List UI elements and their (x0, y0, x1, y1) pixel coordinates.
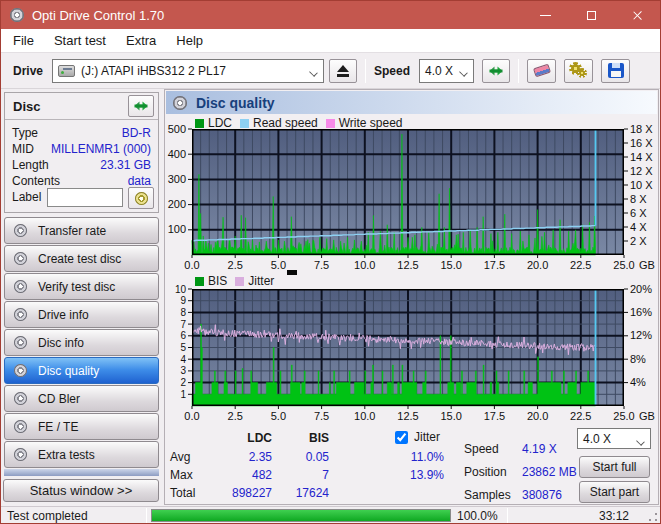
legend-item: LDC (195, 116, 232, 130)
resize-grip[interactable] (648, 512, 658, 522)
disc-length-value: 23.31 GB (100, 158, 151, 173)
disc-row-type: Type BD-R (12, 126, 151, 141)
svg-text:10 X: 10 X (630, 179, 653, 191)
status-text: Test completed (7, 509, 88, 523)
speed-info-value: 4.19 X (522, 442, 557, 456)
chart1-legend: LDCRead speedWrite speed (195, 116, 403, 130)
legend-label: BIS (208, 274, 227, 288)
cd-disc-icon (14, 224, 27, 237)
total-bis-value: 17624 (280, 486, 329, 500)
close-button[interactable] (614, 1, 660, 29)
position-info-value: 23862 MB (522, 465, 577, 479)
sidebar: Transfer rate Create test disc Verify te… (4, 217, 159, 469)
menu-bar: File Start test Extra Help (1, 29, 660, 53)
settings-button[interactable] (564, 59, 593, 83)
disc-refresh-button[interactable] (128, 95, 154, 117)
svg-text:3: 3 (180, 365, 186, 376)
svg-text:17.5: 17.5 (484, 410, 505, 422)
status-window-button[interactable]: Status window >> (3, 479, 159, 502)
legend-label: Jitter (248, 274, 274, 288)
disc-label-label: Label (12, 190, 41, 204)
sync-arrows-icon (133, 98, 149, 114)
jitter-toggle: Jitter (395, 430, 440, 444)
svg-text:9: 9 (180, 295, 186, 306)
maximize-button[interactable] (568, 1, 614, 29)
title-bar[interactable]: Opti Drive Control 1.70 (1, 1, 660, 29)
position-info-label: Position (464, 465, 507, 479)
sidebar-item-disc-info[interactable]: Disc info (4, 329, 159, 356)
test-speed-select[interactable]: 4.0 X (577, 428, 651, 449)
svg-text:8 X: 8 X (630, 193, 647, 205)
stats-col-bis: BIS (280, 431, 329, 445)
disc-row-length: Length 23.31 GB (12, 158, 151, 173)
status-bar: Test completed 100.0% 33:12 (1, 506, 660, 524)
svg-text:12 X: 12 X (630, 165, 653, 177)
svg-text:16%: 16% (630, 306, 652, 318)
app-window: Opti Drive Control 1.70 File Start test … (0, 0, 661, 524)
cd-disc-icon (14, 336, 27, 349)
legend-label: Read speed (253, 116, 318, 130)
svg-text:0.0: 0.0 (184, 410, 199, 422)
svg-text:22.5: 22.5 (570, 259, 591, 271)
disc-info-panel: Disc Type BD-R MID MILLENMR1 (000) Lengt… (4, 92, 159, 213)
svg-text:12.5: 12.5 (397, 410, 418, 422)
disc-label-browse-button[interactable] (128, 187, 154, 209)
start-part-button[interactable]: Start part (579, 481, 650, 503)
cd-disc-icon (135, 192, 148, 205)
jitter-checkbox-label[interactable]: Jitter (414, 430, 440, 444)
sidebar-item-fe-te[interactable]: FE / TE (4, 413, 159, 440)
test-speed-select-value: 4.0 X (583, 432, 611, 446)
svg-text:25.0: 25.0 (613, 410, 634, 422)
window-title: Opti Drive Control 1.70 (32, 8, 164, 23)
chevron-down-icon (636, 437, 645, 446)
max-jitter-value: 13.9% (365, 468, 444, 482)
svg-text:16 X: 16 X (630, 137, 653, 149)
svg-text:GB: GB (639, 259, 655, 271)
legend-item: Write speed (326, 116, 403, 130)
svg-text:5.0: 5.0 (271, 410, 286, 422)
minimize-button[interactable] (522, 1, 568, 29)
svg-text:200: 200 (168, 198, 186, 210)
maximize-icon (587, 11, 596, 20)
sidebar-item-drive-info[interactable]: Drive info (4, 301, 159, 328)
sidebar-item-disc-quality[interactable]: Disc quality (4, 357, 159, 384)
svg-text:0.0: 0.0 (184, 259, 199, 271)
drive-select-value: (J:) ATAPI iHBS312 2 PL17 (81, 64, 226, 78)
menu-start-test[interactable]: Start test (44, 30, 116, 51)
progress-fill (152, 510, 450, 521)
svg-text:2 X: 2 X (630, 235, 647, 247)
disc-mid-label: MID (12, 142, 34, 157)
eject-button[interactable] (329, 59, 357, 83)
jitter-checkbox[interactable] (395, 431, 408, 444)
samples-info-label: Samples (464, 488, 511, 502)
drive-select[interactable]: (J:) ATAPI iHBS312 2 PL17 (52, 59, 324, 83)
sidebar-item-verify-test-disc[interactable]: Verify test disc (4, 273, 159, 300)
svg-text:14 X: 14 X (630, 151, 653, 163)
main-panel: Disc quality LDCRead speedWrite speed 10… (164, 89, 659, 505)
start-full-button[interactable]: Start full (579, 456, 650, 478)
sidebar-item-cd-bler[interactable]: CD Bler (4, 385, 159, 412)
menu-file[interactable]: File (3, 30, 44, 51)
chart2-plot: 123456789104%8%12%16%20%0.02.55.07.510.0… (192, 289, 624, 406)
disc-mid-value: MILLENMR1 (000) (51, 142, 151, 157)
panel-header: Disc quality (166, 91, 657, 114)
disc-panel-header: Disc (5, 93, 158, 120)
svg-text:20%: 20% (630, 283, 652, 295)
statusbar-separator (507, 508, 508, 524)
save-button[interactable] (601, 59, 630, 83)
cd-disc-icon (14, 308, 27, 321)
refresh-button[interactable] (482, 59, 510, 83)
disc-label-input[interactable] (47, 188, 123, 207)
menu-extra[interactable]: Extra (116, 30, 166, 51)
speed-select[interactable]: 4.0 X (419, 59, 474, 83)
menu-help[interactable]: Help (166, 30, 213, 51)
app-icon (10, 8, 24, 22)
disc-length-label: Length (12, 158, 49, 173)
max-ldc-value: 482 (195, 468, 272, 482)
svg-text:10.0: 10.0 (354, 259, 375, 271)
sidebar-item-create-test-disc[interactable]: Create test disc (4, 245, 159, 272)
erase-disc-button[interactable] (527, 59, 556, 83)
sidebar-item-extra-tests[interactable]: Extra tests (4, 441, 159, 468)
sidebar-item-transfer-rate[interactable]: Transfer rate (4, 217, 159, 244)
max-bis-value: 7 (280, 468, 329, 482)
